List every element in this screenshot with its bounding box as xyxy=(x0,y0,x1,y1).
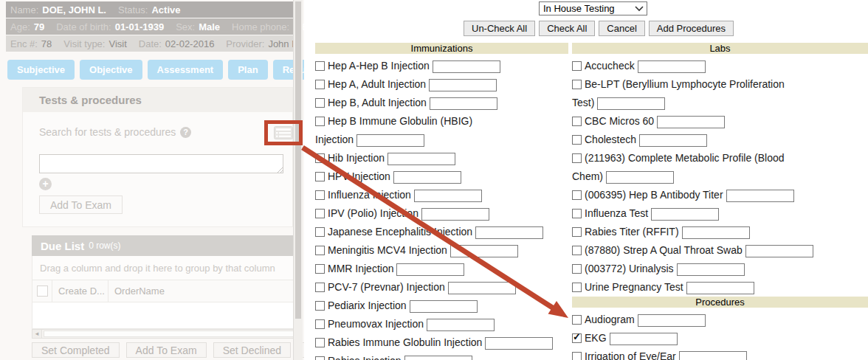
item-label: IPV (Polio) Injection xyxy=(328,207,418,219)
item-checkbox[interactable] xyxy=(315,61,325,71)
item-value-input[interactable] xyxy=(393,171,461,184)
item-value-input[interactable] xyxy=(638,60,706,73)
vertical-scrollbar-thumb[interactable] xyxy=(295,1,301,319)
item-checkbox[interactable] xyxy=(572,190,582,200)
select-all-checkbox[interactable] xyxy=(37,285,48,297)
item-value-input[interactable] xyxy=(726,190,794,202)
item-value-input[interactable] xyxy=(639,134,707,147)
item-value-input[interactable] xyxy=(427,319,495,331)
item-checkbox[interactable] xyxy=(572,333,582,343)
age-label: Age: xyxy=(10,21,30,32)
item-checkbox[interactable] xyxy=(572,61,582,71)
uncheck-all-button[interactable]: Un-Check All xyxy=(464,21,535,36)
item-value-input[interactable] xyxy=(429,79,497,91)
check-all-button[interactable]: Check All xyxy=(539,21,595,36)
item-label: PCV-7 (Prevnar) Injection xyxy=(328,281,445,293)
item-checkbox[interactable] xyxy=(315,98,325,108)
orderable-item-row: CBC Micros 60 xyxy=(572,112,868,131)
vertical-scrollbar[interactable] xyxy=(293,0,303,360)
horizontal-scrollbar-track[interactable] xyxy=(42,329,297,339)
item-checkbox[interactable] xyxy=(572,352,582,360)
item-value-input[interactable] xyxy=(356,134,424,147)
horizontal-scrollbar[interactable]: ◂ xyxy=(32,329,297,339)
item-checkbox[interactable] xyxy=(315,172,325,181)
group-by-drop-zone[interactable]: Drag a column and drop it here to group … xyxy=(32,256,297,280)
item-value-input[interactable] xyxy=(745,245,813,257)
item-checkbox[interactable] xyxy=(572,246,582,255)
item-checkbox[interactable] xyxy=(315,80,325,89)
scroll-left-icon[interactable]: ◂ xyxy=(32,329,42,339)
item-value-input[interactable] xyxy=(430,97,497,110)
item-checkbox[interactable] xyxy=(315,153,325,163)
item-value-input[interactable] xyxy=(450,245,518,257)
item-value-input[interactable] xyxy=(410,300,478,313)
visit-type: Visit xyxy=(108,38,126,49)
item-checkbox[interactable] xyxy=(572,209,582,218)
item-value-input[interactable] xyxy=(404,356,472,360)
add-procedures-button[interactable]: Add Procedures xyxy=(649,21,734,36)
item-checkbox[interactable] xyxy=(315,264,325,274)
item-checkbox[interactable] xyxy=(315,227,325,237)
set-completed-button[interactable]: Set Completed xyxy=(32,342,120,358)
item-checkbox[interactable] xyxy=(572,315,582,325)
item-checkbox[interactable] xyxy=(572,264,582,274)
item-value-input[interactable] xyxy=(610,333,678,345)
cancel-button[interactable]: Cancel xyxy=(599,21,644,36)
item-value-input[interactable] xyxy=(657,116,725,128)
add-to-exam-button[interactable]: Add To Exam xyxy=(39,195,123,214)
tests-search-input[interactable] xyxy=(39,154,283,173)
item-value-input[interactable] xyxy=(485,337,553,350)
item-value-input[interactable] xyxy=(686,282,754,294)
item-value-input[interactable] xyxy=(421,208,489,221)
item-value-input[interactable] xyxy=(396,263,464,276)
category-select[interactable]: In House Testing xyxy=(539,1,647,15)
item-value-input[interactable] xyxy=(475,226,543,239)
tab-plan[interactable]: Plan xyxy=(228,60,267,80)
set-declined-button[interactable]: Set Declined xyxy=(213,342,291,358)
column-order-name[interactable]: OrderName xyxy=(108,280,297,302)
item-value-input[interactable] xyxy=(448,282,516,294)
tab-objective[interactable]: Objective xyxy=(80,60,142,80)
item-checkbox[interactable] xyxy=(315,356,325,360)
item-checkbox[interactable] xyxy=(572,227,582,237)
item-value-input[interactable] xyxy=(433,60,500,73)
item-checkbox[interactable] xyxy=(315,283,325,292)
category-select-value: In House Testing xyxy=(543,2,634,15)
item-value-input[interactable] xyxy=(414,190,482,202)
add-to-exam-footer-button[interactable]: Add To Exam xyxy=(126,342,207,358)
section-header-procedures: Procedures xyxy=(572,297,868,308)
sex-label: Sex: xyxy=(176,21,195,32)
help-icon[interactable]: ? xyxy=(180,127,191,138)
item-value-input[interactable] xyxy=(597,97,665,110)
item-checkbox[interactable] xyxy=(315,246,325,255)
orderable-item-row: Rabies Injection xyxy=(315,352,568,360)
item-value-input[interactable] xyxy=(651,208,719,221)
item-checkbox[interactable] xyxy=(315,319,325,329)
item-checkbox[interactable] xyxy=(572,283,582,292)
item-checkbox[interactable] xyxy=(572,153,582,163)
item-value-input[interactable] xyxy=(679,351,747,360)
item-checkbox[interactable] xyxy=(315,338,325,347)
tab-subjective[interactable]: Subjective xyxy=(7,60,75,80)
add-row-icon[interactable]: + xyxy=(39,178,52,190)
enc-number: 78 xyxy=(41,38,52,49)
item-checkbox[interactable] xyxy=(572,117,582,126)
item-checkbox[interactable] xyxy=(315,209,325,218)
item-label: Rabies Titer (RFFIT) xyxy=(585,226,679,238)
item-checkbox[interactable] xyxy=(315,301,325,311)
tab-assessment[interactable]: Assessment xyxy=(148,60,224,80)
item-checkbox[interactable] xyxy=(315,190,325,200)
item-checkbox[interactable] xyxy=(315,117,325,126)
item-value-input[interactable] xyxy=(682,226,750,239)
item-checkbox[interactable] xyxy=(572,135,582,145)
resize-grip-icon[interactable] xyxy=(277,167,283,173)
item-value-input[interactable] xyxy=(638,314,706,327)
item-value-input[interactable] xyxy=(606,171,674,184)
item-value-input[interactable] xyxy=(388,153,455,165)
horizontal-scrollbar-thumb[interactable] xyxy=(44,330,295,337)
item-label: CBC Micros 60 xyxy=(585,115,654,127)
item-value-input[interactable] xyxy=(677,263,745,276)
list-icon[interactable] xyxy=(274,126,293,139)
item-checkbox[interactable] xyxy=(572,80,582,89)
column-create-date[interactable]: Create D... xyxy=(52,280,108,302)
